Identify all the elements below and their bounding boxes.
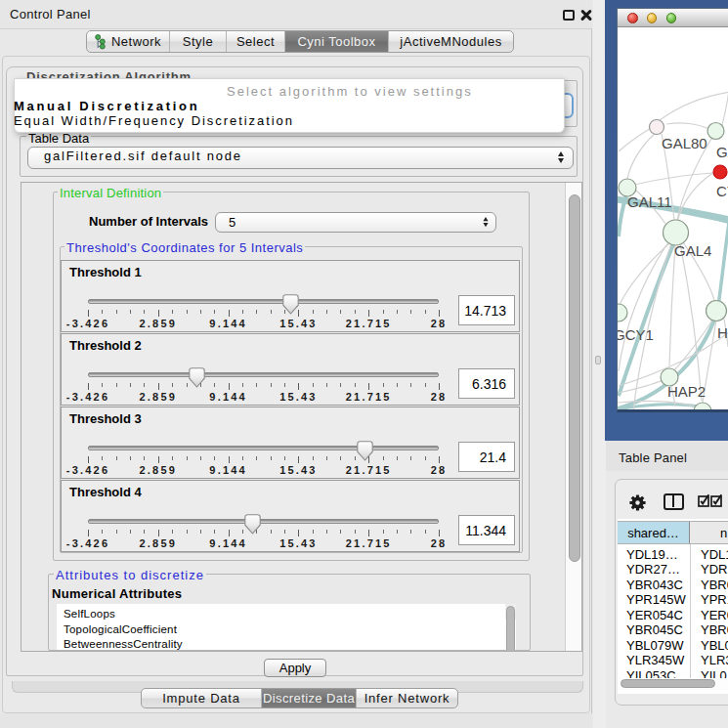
- svg-text:GCY1: GCY1: [618, 326, 654, 343]
- svg-text:GAL11: GAL11: [627, 193, 672, 210]
- svg-text:GAL80: GAL80: [662, 135, 707, 151]
- svg-text:HI: HI: [717, 324, 728, 341]
- svg-text:GAL4: GAL4: [674, 242, 711, 259]
- svg-text:HAP2: HAP2: [667, 383, 706, 400]
- svg-text:GAL: GAL: [716, 144, 728, 160]
- svg-text:CY: CY: [716, 183, 728, 199]
